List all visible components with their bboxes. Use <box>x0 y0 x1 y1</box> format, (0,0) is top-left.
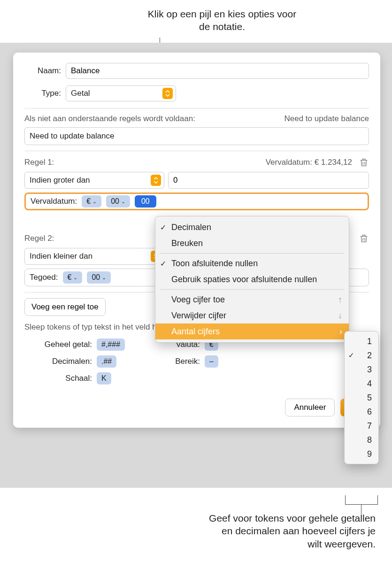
submenu-item-3[interactable]: 3 <box>345 362 378 377</box>
menu-separator <box>160 253 344 254</box>
rule2-label: Regel 2: <box>24 234 54 243</box>
submenu-item-4[interactable]: 4 <box>345 377 378 391</box>
range-label: Bereik: <box>162 357 200 366</box>
submenu-item-2[interactable]: ✓2 <box>345 348 378 362</box>
check-icon: ✓ <box>348 351 354 360</box>
menu-add-digit[interactable]: Voeg cijfer toe ↑ <box>155 292 349 308</box>
rule1-condition-value: Indien groter dan <box>30 176 90 185</box>
rule1-label: Regel 1: <box>24 158 54 167</box>
type-value: Getal <box>71 89 160 98</box>
submenu-item-8[interactable]: 8 <box>345 433 378 447</box>
chevron-down-icon: ⌄ <box>121 199 125 205</box>
menu-separator <box>160 289 344 290</box>
int-pill[interactable]: 00 ⌄ <box>87 271 111 284</box>
callout-bottom: Geef voor tokens voor gehele getallen en… <box>207 512 376 550</box>
int-label: Geheel getal: <box>36 340 92 349</box>
chevron-down-icon: ⌄ <box>73 275 77 281</box>
scale-token[interactable]: K <box>97 372 111 385</box>
menu-digit-count[interactable]: Aantal cijfers › <box>155 323 349 339</box>
menu-decimals[interactable]: ✓ Decimalen <box>155 219 349 235</box>
callout-bracket <box>345 495 378 505</box>
range-token[interactable]: – <box>205 355 218 368</box>
fallback-preview: Need to update balance <box>284 114 369 123</box>
rule1-format-strip[interactable]: Vervaldatum: € ⌄ 00 ⌄ 00 <box>24 192 369 210</box>
cancel-button[interactable]: Annuleer <box>285 399 335 416</box>
submenu-item-5[interactable]: 5 <box>345 391 378 405</box>
currency-pill[interactable]: € ⌄ <box>63 271 83 284</box>
chevron-down-icon: ⌄ <box>92 199 97 205</box>
menu-spaces-trailing[interactable]: Gebruik spaties voor afsluitende nullen <box>155 271 349 287</box>
submenu-item-7[interactable]: 7 <box>345 419 378 433</box>
fallback-label: Als niet aan onderstaande regels wordt v… <box>24 114 195 123</box>
rule1-value-input[interactable] <box>168 172 369 189</box>
rule2-strip-label: Tegoed: <box>30 273 58 282</box>
menu-trailing-zeros[interactable]: ✓ Toon afsluitende nullen <box>155 255 349 271</box>
menu-remove-digit[interactable]: Verwijder cijfer ↓ <box>155 308 349 323</box>
menu-fractions[interactable]: Breuken <box>155 235 349 251</box>
currency-pill[interactable]: € ⌄ <box>82 195 101 208</box>
submenu-item-9[interactable]: 9 <box>345 447 378 461</box>
name-label: Naam: <box>24 66 61 76</box>
dec-segment[interactable]: 00 <box>135 195 156 208</box>
rule1-strip-label: Vervaldatum: <box>31 197 77 206</box>
submenu-item-6[interactable]: 6 <box>345 405 378 419</box>
scale-label: Schaal: <box>36 374 92 383</box>
down-arrow-icon: ↓ <box>338 311 342 321</box>
int-token[interactable]: #,### <box>97 339 125 351</box>
callout-top: Klik op een pijl en kies opties voor de … <box>145 8 300 33</box>
submenu-item-1[interactable]: 1 <box>345 334 378 348</box>
check-icon: ✓ <box>160 259 166 268</box>
chevron-up-down-icon <box>151 175 161 186</box>
notation-popover: ✓ Decimalen Breuken ✓ Toon afsluitende n… <box>155 216 349 343</box>
type-select[interactable]: Getal <box>66 85 176 101</box>
dec-label: Decimalen: <box>36 357 92 366</box>
chevron-down-icon: ⌄ <box>102 275 106 281</box>
chevron-right-icon: › <box>339 327 342 337</box>
up-arrow-icon: ↑ <box>338 295 342 305</box>
add-rule-button[interactable]: Voeg een regel toe <box>24 298 106 316</box>
digit-count-submenu: 1✓23456789 <box>344 331 379 464</box>
check-icon: ✓ <box>160 223 166 232</box>
int-pill[interactable]: 00 ⌄ <box>106 195 130 208</box>
fallback-field[interactable]: Need to update balance <box>24 127 369 145</box>
rule2-condition-value: Indien kleiner dan <box>30 252 92 261</box>
rule1-preview: Vervaldatum: € 1.234,12 <box>266 158 352 167</box>
type-label: Type: <box>24 89 61 98</box>
rule2-condition-select[interactable]: Indien kleiner dan <box>24 248 164 265</box>
chevron-up-down-icon <box>162 88 173 99</box>
trash-icon[interactable] <box>359 157 369 168</box>
dec-token[interactable]: .## <box>97 355 116 368</box>
trash-icon[interactable] <box>359 233 369 244</box>
name-input[interactable] <box>66 63 369 79</box>
rule1-condition-select[interactable]: Indien groter dan <box>24 172 164 189</box>
